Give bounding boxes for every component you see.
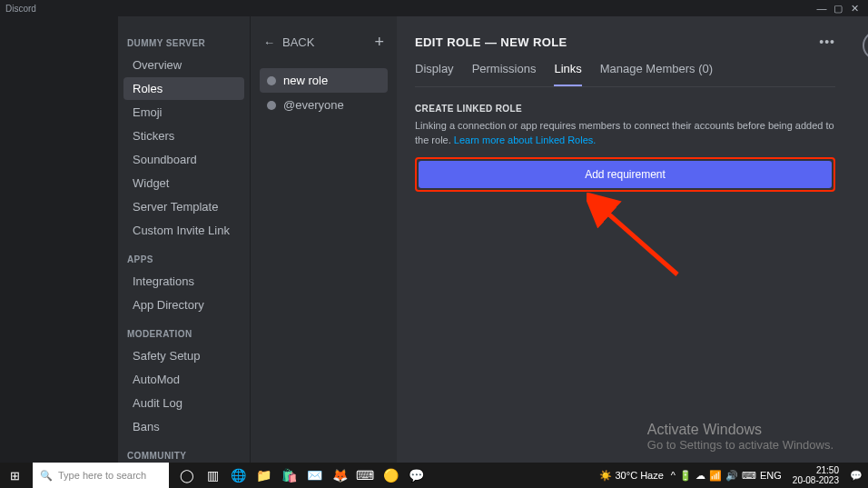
sidebar-item-server-template[interactable]: Server Template <box>123 195 244 218</box>
sidebar-section-server: DUMMY SERVER <box>118 38 250 48</box>
sidebar-item-bans[interactable]: Bans <box>123 415 244 438</box>
close-settings[interactable]: ✕ ESC <box>863 31 868 74</box>
vscode-icon[interactable]: ⌨ <box>356 466 374 484</box>
edit-role-title: EDIT ROLE — NEW ROLE <box>415 35 567 49</box>
onedrive-icon[interactable]: ☁ <box>695 470 705 482</box>
role-item-newrole[interactable]: new role <box>260 68 388 93</box>
tab-permissions[interactable]: Permissions <box>472 62 537 86</box>
tab-links[interactable]: Links <box>554 62 581 86</box>
sidebar-section-community: COMMUNITY <box>118 451 250 461</box>
taskbar-search[interactable]: 🔍 Type here to search <box>33 463 169 488</box>
sidebar-item-safety-setup[interactable]: Safety Setup <box>123 344 244 367</box>
server-settings-sidebar: DUMMY SERVER OverviewRolesEmojiStickersS… <box>118 16 250 463</box>
app-name: Discord <box>5 4 36 14</box>
roles-list-panel: ← BACK + new role@everyone <box>250 16 397 463</box>
chevron-up-icon[interactable]: ^ <box>671 470 676 481</box>
linked-role-section-text: Linking a connection or app requires mem… <box>415 119 835 148</box>
sidebar-item-widget[interactable]: Widget <box>123 172 244 194</box>
language-indicator[interactable]: ENG <box>760 470 782 481</box>
mail-icon[interactable]: ✉️ <box>305 466 323 484</box>
add-requirement-button[interactable]: Add requirement <box>419 161 832 188</box>
sidebar-section-moderation: MODERATION <box>118 329 250 339</box>
left-gutter <box>0 16 118 463</box>
close-icon[interactable]: ✕ <box>863 31 868 60</box>
maximize-button[interactable]: ▢ <box>830 3 846 15</box>
role-color-dot <box>267 76 276 85</box>
taskbar-clock[interactable]: 21:50 20-08-2023 <box>789 465 843 485</box>
role-item-everyone[interactable]: @everyone <box>260 93 388 117</box>
windows-taskbar: ⊞ 🔍 Type here to search ◯ ▥ 🌐 📁 🛍️ ✉️ 🦊 … <box>0 463 868 488</box>
discord-icon[interactable]: 💬 <box>407 466 425 484</box>
task-view-icon[interactable]: ▥ <box>203 466 222 484</box>
weather-widget[interactable]: ☀️ 30°C Haze <box>599 470 664 482</box>
back-label: BACK <box>282 35 314 49</box>
keyboard-icon[interactable]: ⌨ <box>742 470 756 482</box>
tab-manage[interactable]: Manage Members (0) <box>600 62 713 86</box>
weather-icon: ☀️ <box>599 470 612 482</box>
chrome-icon[interactable]: 🟡 <box>381 466 399 484</box>
edit-role-panel: EDIT ROLE — NEW ROLE ••• DisplayPermissi… <box>397 16 868 463</box>
sidebar-item-overview[interactable]: Overview <box>123 54 244 76</box>
role-color-dot <box>267 101 276 110</box>
minimize-button[interactable]: — <box>814 3 830 14</box>
firefox-icon[interactable]: 🦊 <box>330 466 349 484</box>
start-button[interactable]: ⊞ <box>0 469 29 483</box>
add-role-button[interactable]: + <box>374 33 384 52</box>
battery-icon[interactable]: 🔋 <box>679 470 692 482</box>
search-placeholder: Type here to search <box>58 470 146 481</box>
system-tray[interactable]: ^ 🔋 ☁ 📶 🔊 ⌨ ENG <box>671 470 782 482</box>
sidebar-item-emoji[interactable]: Emoji <box>123 101 244 124</box>
sidebar-item-soundboard[interactable]: Soundboard <box>123 148 244 171</box>
sidebar-item-integrations[interactable]: Integrations <box>123 270 244 293</box>
annotation-highlight: Add requirement <box>415 157 835 192</box>
cortana-icon[interactable]: ◯ <box>178 466 196 484</box>
sidebar-item-stickers[interactable]: Stickers <box>123 124 244 147</box>
close-button[interactable]: ✕ <box>846 3 863 15</box>
sidebar-item-automod[interactable]: AutoMod <box>123 368 244 391</box>
sidebar-section-apps: APPS <box>118 254 250 264</box>
search-icon: 🔍 <box>40 470 53 482</box>
arrow-left-icon: ← <box>263 35 275 49</box>
more-options-button[interactable]: ••• <box>819 35 835 49</box>
edge-icon[interactable]: 🌐 <box>229 466 247 484</box>
sidebar-item-custom-invite-link[interactable]: Custom Invite Link <box>123 219 244 242</box>
notifications-icon[interactable]: 💬 <box>850 470 863 482</box>
activate-windows-watermark: Activate Windows Go to Settings to activ… <box>647 422 833 452</box>
sidebar-item-roles[interactable]: Roles <box>123 77 244 100</box>
wifi-icon[interactable]: 📶 <box>709 470 722 482</box>
back-button[interactable]: ← BACK <box>263 35 314 49</box>
sidebar-item-audit-log[interactable]: Audit Log <box>123 392 244 414</box>
tab-display[interactable]: Display <box>415 62 454 86</box>
close-label: ESC <box>863 64 868 74</box>
linked-role-section-title: CREATE LINKED ROLE <box>415 104 835 114</box>
store-icon[interactable]: 🛍️ <box>280 466 298 484</box>
volume-icon[interactable]: 🔊 <box>725 470 738 482</box>
role-tabs: DisplayPermissionsLinksManage Members (0… <box>415 62 835 87</box>
explorer-icon[interactable]: 📁 <box>254 466 272 484</box>
titlebar: Discord — ▢ ✕ <box>0 0 868 16</box>
learn-more-link[interactable]: Learn more about Linked Roles. <box>454 134 597 145</box>
sidebar-item-app-directory[interactable]: App Directory <box>123 294 244 316</box>
